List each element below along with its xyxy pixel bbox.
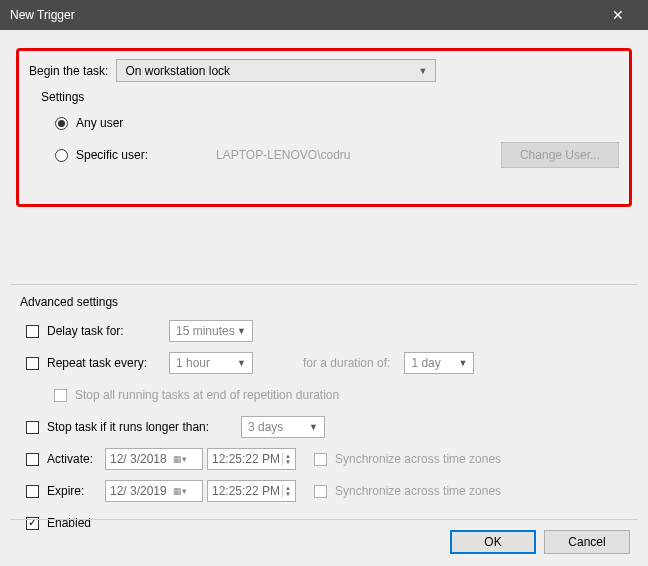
specific-user-label: Specific user:	[76, 148, 148, 162]
ok-button[interactable]: OK	[450, 530, 536, 554]
spacer	[10, 217, 638, 285]
begin-task-value: On workstation lock	[125, 64, 230, 78]
sync-expire-label: Synchronize across time zones	[335, 484, 501, 498]
close-icon[interactable]: ✕	[598, 7, 638, 23]
stop-if-label: Stop task if it runs longer than:	[47, 420, 235, 434]
sync-activate-checkbox	[314, 453, 327, 466]
repeat-task-select[interactable]: 1 hour ▼	[169, 352, 253, 374]
calendar-icon: ▦▾	[173, 454, 187, 464]
stop-all-label: Stop all running tasks at end of repetit…	[75, 388, 339, 402]
duration-select[interactable]: 1 day ▼	[404, 352, 474, 374]
dialog-buttons: OK Cancel	[450, 530, 630, 554]
begin-task-dropdown[interactable]: On workstation lock ▼	[116, 59, 436, 82]
delay-task-select[interactable]: 15 minutes ▼	[169, 320, 253, 342]
advanced-settings-label: Advanced settings	[20, 295, 632, 309]
change-user-button: Change User...	[501, 142, 619, 168]
stop-if-select[interactable]: 3 days ▼	[241, 416, 325, 438]
activate-checkbox[interactable]	[26, 453, 39, 466]
window-title: New Trigger	[10, 8, 598, 22]
specific-user-value: LAPTOP-LENOVO\codru	[216, 148, 501, 162]
delay-task-label: Delay task for:	[47, 324, 163, 338]
dialog-content: Begin the task: On workstation lock ▼ Se…	[0, 30, 648, 566]
duration-label: for a duration of:	[303, 356, 390, 370]
stop-if-checkbox[interactable]	[26, 421, 39, 434]
chevron-down-icon: ▼	[309, 422, 318, 432]
expire-label: Expire:	[47, 484, 101, 498]
specific-user-radio[interactable]	[55, 149, 68, 162]
expire-time-picker[interactable]: 12:25:22 PM ▲▼	[207, 480, 296, 502]
advanced-settings: Delay task for: 15 minutes ▼ Repeat task…	[16, 319, 632, 535]
expire-checkbox[interactable]	[26, 485, 39, 498]
activate-date-picker[interactable]: 12/ 3/2018 ▦▾	[105, 448, 203, 470]
chevron-down-icon: ▼	[237, 326, 246, 336]
calendar-icon: ▦▾	[173, 486, 187, 496]
any-user-radio[interactable]	[55, 117, 68, 130]
chevron-down-icon: ▼	[237, 358, 246, 368]
sync-expire-checkbox	[314, 485, 327, 498]
spinner-icon: ▲▼	[282, 453, 291, 465]
any-user-label: Any user	[76, 116, 123, 130]
delay-task-checkbox[interactable]	[26, 325, 39, 338]
begin-task-label: Begin the task:	[29, 64, 108, 78]
cancel-button[interactable]: Cancel	[544, 530, 630, 554]
titlebar: New Trigger ✕	[0, 0, 648, 30]
activate-time-picker[interactable]: 12:25:22 PM ▲▼	[207, 448, 296, 470]
chevron-down-icon: ▼	[418, 66, 427, 76]
sync-activate-label: Synchronize across time zones	[335, 452, 501, 466]
expire-date-picker[interactable]: 12/ 3/2019 ▦▾	[105, 480, 203, 502]
activate-label: Activate:	[47, 452, 101, 466]
highlighted-section: Begin the task: On workstation lock ▼ Se…	[16, 48, 632, 207]
repeat-task-label: Repeat task every:	[47, 356, 163, 370]
chevron-down-icon: ▼	[458, 358, 467, 368]
stop-all-checkbox	[54, 389, 67, 402]
repeat-task-checkbox[interactable]	[26, 357, 39, 370]
spinner-icon: ▲▼	[282, 485, 291, 497]
divider	[10, 519, 638, 520]
settings-label: Settings	[41, 90, 619, 104]
